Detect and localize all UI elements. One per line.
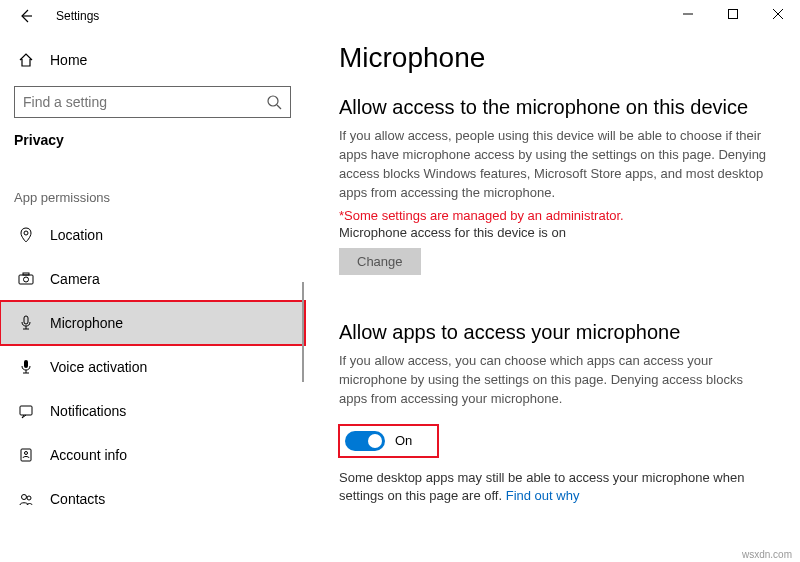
sidebar-item-label: Contacts (50, 491, 105, 507)
sidebar-item-label: Camera (50, 271, 100, 287)
notifications-icon (18, 403, 34, 419)
section-body: If you allow access, you can choose whic… (339, 352, 770, 409)
minimize-button[interactable] (665, 0, 710, 28)
camera-icon (18, 271, 34, 287)
sidebar-home[interactable]: Home (0, 42, 305, 78)
titlebar: Settings (0, 0, 800, 32)
svg-rect-10 (24, 316, 28, 324)
sidebar-home-label: Home (50, 52, 87, 68)
sidebar-item-label: Microphone (50, 315, 123, 331)
section-heading: Allow apps to access your microphone (339, 321, 770, 344)
location-icon (18, 227, 34, 243)
sidebar-item-voice-activation[interactable]: Voice activation (0, 345, 305, 389)
sidebar-item-notifications[interactable]: Notifications (0, 389, 305, 433)
voice-icon (18, 359, 34, 375)
contacts-icon (18, 491, 34, 507)
microphone-icon (18, 315, 34, 331)
page-title: Microphone (339, 42, 770, 74)
search-icon (266, 94, 282, 110)
window-controls (665, 0, 800, 28)
sidebar-section: App permissions (14, 190, 305, 205)
window-title: Settings (56, 9, 99, 23)
section-app-access: Allow apps to access your microphone If … (339, 321, 770, 505)
watermark: wsxdn.com (742, 549, 792, 560)
sidebar-item-label: Voice activation (50, 359, 147, 375)
sidebar-item-label: Notifications (50, 403, 126, 419)
find-out-why-link[interactable]: Find out why (506, 488, 580, 503)
toggle-knob (368, 434, 382, 448)
device-access-status: Microphone access for this device is on (339, 225, 770, 240)
svg-rect-11 (24, 360, 28, 368)
sidebar-scrollbar[interactable] (302, 282, 304, 382)
search-box[interactable] (14, 86, 291, 118)
account-icon (18, 447, 34, 463)
sidebar-nav: Location Camera Microphone Voice activat… (0, 213, 305, 521)
sidebar-item-location[interactable]: Location (0, 213, 305, 257)
sidebar-item-microphone[interactable]: Microphone (0, 301, 305, 345)
app-access-toggle-row: On (339, 425, 438, 457)
svg-rect-7 (19, 275, 33, 284)
back-button[interactable] (14, 4, 38, 28)
maximize-button[interactable] (710, 0, 755, 28)
sidebar-category: Privacy (14, 132, 305, 148)
close-button[interactable] (755, 0, 800, 28)
svg-point-15 (22, 495, 27, 500)
search-input[interactable] (23, 94, 266, 110)
app-access-toggle[interactable] (345, 431, 385, 451)
svg-point-14 (25, 452, 28, 455)
sidebar-item-label: Location (50, 227, 103, 243)
footnote: Some desktop apps may still be able to a… (339, 469, 770, 505)
svg-rect-1 (728, 10, 737, 19)
sidebar-item-account-info[interactable]: Account info (0, 433, 305, 477)
section-body: If you allow access, people using this d… (339, 127, 770, 202)
sidebar-item-contacts[interactable]: Contacts (0, 477, 305, 521)
sidebar-item-label: Account info (50, 447, 127, 463)
section-device-access: Allow access to the microphone on this d… (339, 96, 770, 275)
admin-warning: *Some settings are managed by an adminis… (339, 208, 770, 223)
svg-point-8 (24, 277, 29, 282)
svg-point-4 (268, 96, 278, 106)
svg-rect-12 (20, 406, 32, 415)
toggle-state-label: On (395, 433, 412, 448)
svg-line-5 (277, 105, 281, 109)
svg-point-16 (27, 496, 31, 500)
change-button[interactable]: Change (339, 248, 421, 275)
home-icon (18, 52, 34, 68)
main-content: Microphone Allow access to the microphon… (305, 32, 800, 562)
svg-rect-9 (23, 273, 29, 275)
section-heading: Allow access to the microphone on this d… (339, 96, 770, 119)
sidebar-item-camera[interactable]: Camera (0, 257, 305, 301)
svg-point-6 (24, 231, 28, 235)
sidebar: Home Privacy App permissions Location Ca… (0, 32, 305, 562)
